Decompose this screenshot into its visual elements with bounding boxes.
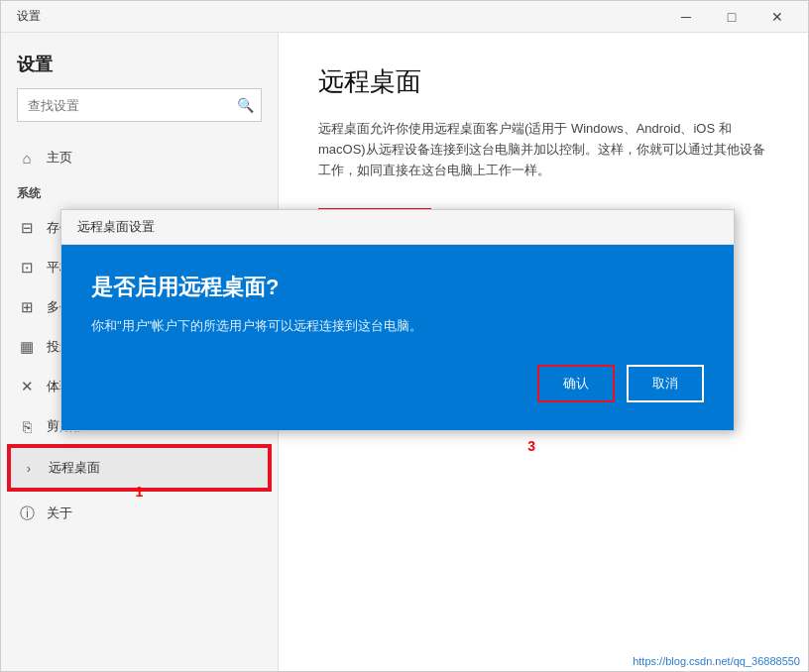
dialog-heading: 是否启用远程桌面? <box>91 273 704 302</box>
dialog-buttons: 确认 取消 <box>91 365 704 402</box>
dialog-overlay: 远程桌面设置 是否启用远程桌面? 你和"用户"帐户下的所选用户将可以远程连接到这… <box>1 1 808 671</box>
dialog-titlebar: 远程桌面设置 <box>61 210 734 245</box>
confirm-button[interactable]: 确认 <box>537 365 615 402</box>
cancel-button[interactable]: 取消 <box>627 365 704 402</box>
settings-window: 设置 ─ □ ✕ 设置 🔍 ⌂ 主页 系统 ⊟ 存储 <box>0 0 809 672</box>
dialog-description: 你和"用户"帐户下的所选用户将可以远程连接到这台电脑。 <box>91 316 704 337</box>
dialog-body: 是否启用远程桌面? 你和"用户"帐户下的所选用户将可以远程连接到这台电脑。 确认… <box>61 245 734 430</box>
remote-desktop-dialog: 远程桌面设置 是否启用远程桌面? 你和"用户"帐户下的所选用户将可以远程连接到这… <box>60 209 735 431</box>
annotation-3: 3 <box>527 438 535 454</box>
